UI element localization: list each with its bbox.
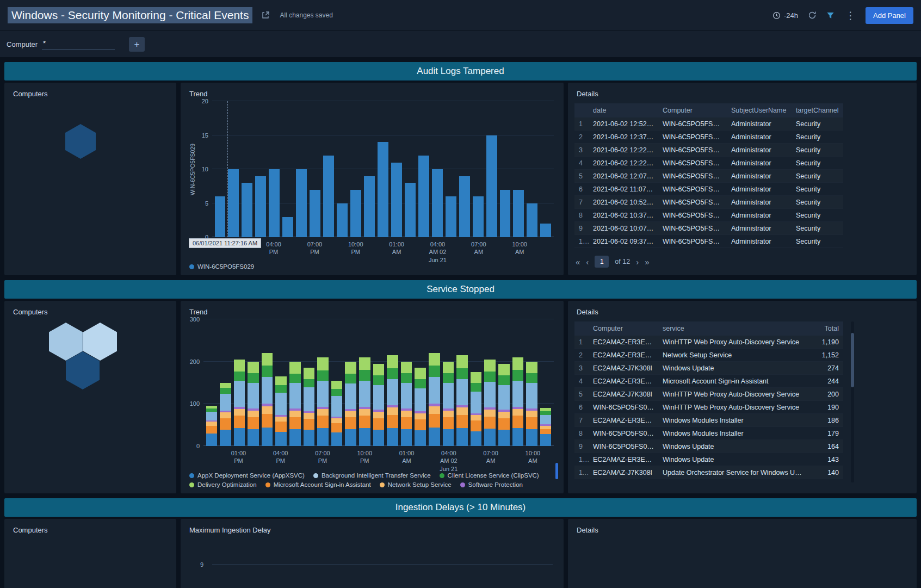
trend-bar[interactable] <box>378 142 388 237</box>
trend-bar[interactable] <box>391 163 402 238</box>
audit-table-row[interactable]: 92021-06-02 10:07:29WIN-6C5PO5FS029Admin… <box>574 222 843 235</box>
trend-bar[interactable] <box>359 357 370 446</box>
trend-bar[interactable] <box>289 362 301 446</box>
trend-bar[interactable] <box>486 135 497 238</box>
share-icon[interactable] <box>260 10 271 21</box>
trend-bar[interactable] <box>471 372 482 446</box>
audit-column-header[interactable]: Computer <box>658 103 727 117</box>
service-table-row[interactable]: 11EC2AMAZ-J7K308IUpdate Orchestrator Ser… <box>574 466 843 479</box>
audit-table-row[interactable]: 32021-06-02 12:22:19WIN-6C5PO5FS029Admin… <box>574 144 843 157</box>
audit-table-row[interactable]: 72021-06-02 10:52:18WIN-6C5PO5FS029Admin… <box>574 196 843 209</box>
service-column-header[interactable]: Total <box>806 321 843 336</box>
trend-bar[interactable] <box>242 183 252 237</box>
service-table-row[interactable]: 6WIN-6C5PO5FS029WinHTTP Web Proxy Auto-D… <box>574 401 843 414</box>
audit-column-header[interactable]: targetChannel <box>792 103 843 117</box>
trend-bar[interactable] <box>429 353 440 446</box>
audit-table-row[interactable]: 102021-06-02 09:37:29WIN-6C5PO5FS029Admi… <box>574 235 843 248</box>
add-filter-button[interactable]: + <box>129 37 145 52</box>
trend-bar[interactable] <box>296 169 307 237</box>
trend-bar[interactable] <box>255 176 266 238</box>
audit-table-row[interactable]: 62021-06-02 11:07:30WIN-6C5PO5FS029Admin… <box>574 183 843 196</box>
trend-bar[interactable] <box>228 169 239 237</box>
legend-item[interactable]: AppX Deployment Service (AppXSVC) <box>189 472 305 479</box>
trend-bar[interactable] <box>418 156 429 237</box>
kebab-menu-icon[interactable]: ⋮ <box>843 10 858 21</box>
legend-item[interactable]: WIN-6C5PO5FS029 <box>189 263 254 270</box>
prev-page-button[interactable]: ‹ <box>586 258 589 266</box>
table-scrollbar[interactable] <box>851 321 854 482</box>
page-number-input[interactable]: 1 <box>595 256 609 268</box>
trend-bar[interactable] <box>373 364 385 446</box>
legend-item[interactable]: Software Protection <box>460 481 523 488</box>
audit-table-row[interactable]: 42021-06-02 12:22:18WIN-6C5PO5FS029Admin… <box>574 157 843 170</box>
service-table-row[interactable]: 5EC2AMAZ-J7K308IWinHTTP Web Proxy Auto-D… <box>574 388 843 401</box>
service-table-row[interactable]: 1EC2AMAZ-ER3EF3CWinHTTP Web Proxy Auto-D… <box>574 336 843 349</box>
audit-table-row[interactable]: 22021-06-02 12:37:29WIN-6C5PO5FS029Admin… <box>574 131 843 144</box>
legend-scrollbar[interactable] <box>555 463 558 479</box>
service-table-row[interactable]: 10EC2AMAZ-ER3EF3CWindows Update143 <box>574 453 843 466</box>
trend-bar[interactable] <box>248 362 259 446</box>
section-header-service[interactable]: Service Stopped <box>4 280 917 299</box>
trend-bar[interactable] <box>527 203 537 238</box>
trend-bar[interactable] <box>456 355 468 446</box>
audit-table-row[interactable]: 82021-06-02 10:37:29WIN-6C5PO5FS029Admin… <box>574 209 843 222</box>
service-table-row[interactable]: 7EC2AMAZ-ER3EF3CWindows Modules Installe… <box>574 414 843 427</box>
trend-bar[interactable] <box>540 224 551 237</box>
trend-bar[interactable] <box>500 190 511 238</box>
audit-table-row[interactable]: 52021-06-02 12:07:30WIN-6C5PO5FS029Admin… <box>574 170 843 183</box>
legend-item[interactable]: Microsoft Account Sign-in Assistant <box>265 481 371 488</box>
trend-bar[interactable] <box>317 357 329 446</box>
next-page-button[interactable]: › <box>636 258 639 266</box>
trend-bar[interactable] <box>364 176 375 238</box>
trend-bar[interactable] <box>269 169 280 237</box>
dashboard-title-input[interactable]: Windows - Security Monitoring - Critical… <box>8 7 252 23</box>
trend-bar[interactable] <box>337 203 348 238</box>
trend-bar[interactable] <box>282 217 293 238</box>
computer-filter-input[interactable]: * <box>42 38 115 50</box>
trend-bar[interactable] <box>432 169 443 237</box>
trend-bar[interactable] <box>498 364 510 446</box>
legend-item[interactable]: Client License Service (ClipSVC) <box>440 472 539 479</box>
time-range-button[interactable]: -24h <box>771 10 799 21</box>
service-table-row[interactable]: 3EC2AMAZ-J7K308IWindows Update274 <box>574 362 843 375</box>
trend-bar[interactable] <box>350 190 361 238</box>
trend-bar[interactable] <box>446 196 456 237</box>
add-panel-button[interactable]: Add Panel <box>866 7 913 24</box>
trend-bar[interactable] <box>215 196 226 237</box>
section-header-audit[interactable]: Audit Logs Tampered <box>4 62 917 81</box>
trend-bar[interactable] <box>304 368 315 446</box>
service-table-row[interactable]: 8WIN-6C5PO5FS029Windows Modules Installe… <box>574 427 843 440</box>
service-table-row[interactable]: 2EC2AMAZ-ER3EF3CNetwork Setup Service1,1… <box>574 349 843 362</box>
trend-bar[interactable] <box>405 183 416 237</box>
refresh-icon[interactable] <box>807 10 818 21</box>
trend-bar[interactable] <box>220 383 231 447</box>
trend-bar[interactable] <box>262 353 273 446</box>
computer-hexagon[interactable] <box>65 124 96 159</box>
legend-item[interactable]: Network Setup Service <box>380 481 452 488</box>
section-header-ingestion[interactable]: Ingestion Delays (> 10 Minutes) <box>4 498 917 517</box>
first-page-button[interactable]: « <box>576 258 580 266</box>
trend-bar[interactable] <box>310 190 320 238</box>
trend-bar[interactable] <box>275 376 287 446</box>
filter-icon[interactable] <box>825 10 836 21</box>
trend-bar[interactable] <box>484 360 496 446</box>
trend-bar[interactable] <box>323 156 334 237</box>
trend-bar[interactable] <box>443 362 454 446</box>
trend-bar[interactable] <box>415 368 426 446</box>
service-table-row[interactable]: 4EC2AMAZ-ER3EF3CMicrosoft Account Sign-i… <box>574 375 843 388</box>
audit-column-header[interactable]: SubjectUserName <box>727 103 792 117</box>
audit-column-header[interactable]: date <box>589 103 658 117</box>
trend-bar[interactable] <box>206 406 218 446</box>
last-page-button[interactable]: » <box>645 258 649 266</box>
service-column-header[interactable]: Computer <box>589 321 658 336</box>
trend-bar[interactable] <box>473 196 484 237</box>
trend-bar[interactable] <box>459 176 470 238</box>
trend-bar[interactable] <box>513 190 524 238</box>
trend-bar[interactable] <box>401 362 412 446</box>
service-table-row[interactable]: 9WIN-6C5PO5FS029Windows Update164 <box>574 440 843 453</box>
legend-item[interactable]: Background Intelligent Transfer Service <box>313 472 431 479</box>
audit-table-row[interactable]: 12021-06-02 12:52:18WIN-6C5PO5FS029Admin… <box>574 117 843 131</box>
trend-bar[interactable] <box>234 360 245 446</box>
trend-bar[interactable] <box>540 408 552 446</box>
scrollbar-thumb[interactable] <box>851 333 854 388</box>
